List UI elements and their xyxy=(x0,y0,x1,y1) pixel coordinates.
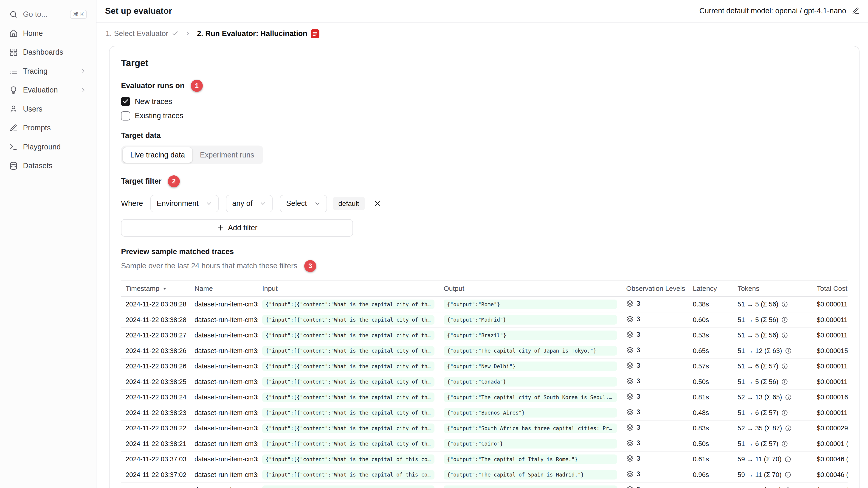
column-header-tokens[interactable]: Tokens xyxy=(733,280,812,297)
info-icon[interactable] xyxy=(781,316,788,323)
filter-value-chip[interactable]: default xyxy=(333,197,365,210)
input-json-preview[interactable]: {"input":[{"content":"What is the capita… xyxy=(262,377,434,387)
filter-column-select[interactable]: Environment xyxy=(150,195,218,212)
sidebar-item-home[interactable]: Home xyxy=(5,25,91,42)
sidebar-item-evaluation[interactable]: Evaluation xyxy=(5,82,91,99)
column-header-name[interactable]: Name xyxy=(190,280,258,297)
column-header-latency[interactable]: Latency xyxy=(688,280,733,297)
cell-output[interactable]: {"output":"Madrid"} xyxy=(439,312,622,328)
input-json-preview[interactable]: {"input":[{"content":"What is the capita… xyxy=(262,346,434,356)
info-icon[interactable] xyxy=(784,456,791,463)
info-icon[interactable] xyxy=(785,394,792,401)
remove-filter-button[interactable] xyxy=(372,198,382,209)
cell-input[interactable]: {"input":[{"content":"What is the capita… xyxy=(258,467,439,483)
sidebar-item-datasets[interactable]: Datasets xyxy=(5,157,91,174)
trace-table-row[interactable]: 2024-11-22 03:38:26 dataset-run-item-cm3… xyxy=(121,343,847,359)
info-icon[interactable] xyxy=(781,332,788,339)
info-icon[interactable] xyxy=(781,409,788,416)
cell-input[interactable]: {"input":[{"content":"What is the capita… xyxy=(258,343,439,359)
cell-input[interactable]: {"input":[{"content":"What is the capita… xyxy=(258,436,439,452)
cell-input[interactable]: {"input":[{"content":"What is the capita… xyxy=(258,421,439,436)
existing-traces-option[interactable]: Existing traces xyxy=(121,111,847,121)
cell-input[interactable]: {"input":[{"content":"What is the capita… xyxy=(258,374,439,390)
column-header-timestamp[interactable]: Timestamp xyxy=(121,280,190,297)
cell-input[interactable]: {"input":[{"content":"What is the capita… xyxy=(258,328,439,343)
sidebar-item-prompts[interactable]: Prompts xyxy=(5,119,91,137)
info-icon[interactable] xyxy=(784,471,791,478)
column-header-total-cost[interactable]: Total Cost xyxy=(812,280,847,297)
output-json-preview[interactable]: {"output":"Canada"} xyxy=(444,377,617,387)
output-json-preview[interactable]: {"output":"Madrid"} xyxy=(444,315,617,325)
cell-input[interactable]: {"input":[{"content":"What is the capita… xyxy=(258,359,439,374)
info-icon[interactable] xyxy=(781,301,788,308)
trace-table-row[interactable]: 2024-11-22 03:38:23 dataset-run-item-cm3… xyxy=(121,405,847,421)
input-json-preview[interactable]: {"input":[{"content":"What is the capita… xyxy=(262,408,434,418)
input-json-preview[interactable]: {"input":[{"content":"What is the capita… xyxy=(262,330,434,340)
cell-input[interactable]: {"input":[{"content":"What is the capita… xyxy=(258,297,439,312)
trace-table-row[interactable]: 2024-11-22 03:38:26 dataset-run-item-cm3… xyxy=(121,359,847,374)
output-json-preview[interactable]: {"output":"New Delhi"} xyxy=(444,361,617,371)
trace-table-row[interactable]: 2024-11-22 03:37:03 dataset-run-item-cm3… xyxy=(121,452,847,467)
trace-table-row[interactable]: 2024-11-22 03:38:28 dataset-run-item-cm3… xyxy=(121,297,847,312)
trace-table-row[interactable]: 2024-11-22 03:37:01 dataset-run-item-cm3… xyxy=(121,483,847,488)
input-json-preview[interactable]: {"input":[{"content":"What is the capita… xyxy=(262,439,434,449)
column-header-input[interactable]: Input xyxy=(258,280,439,297)
cell-output[interactable]: {"output":"Brazil"} xyxy=(439,328,622,343)
trace-table-row[interactable]: 2024-11-22 03:38:27 dataset-run-item-cm3… xyxy=(121,328,847,343)
new-traces-option[interactable]: New traces xyxy=(121,97,847,106)
goto-search[interactable]: Go to... ⌘ K xyxy=(5,6,91,23)
sidebar-item-dashboards[interactable]: Dashboards xyxy=(5,43,91,61)
input-json-preview[interactable]: {"input":[{"content":"What is the capita… xyxy=(262,423,434,433)
input-json-preview[interactable]: {"input":[{"content":"What is the capita… xyxy=(262,470,434,480)
tab-live-tracing-data[interactable]: Live tracing data xyxy=(123,148,192,163)
cell-input[interactable]: {"input":[{"content":"What is the capita… xyxy=(258,452,439,467)
trace-table-row[interactable]: 2024-11-22 03:38:22 dataset-run-item-cm3… xyxy=(121,421,847,436)
info-icon[interactable] xyxy=(781,363,788,370)
output-json-preview[interactable]: {"output":"The capital of Brazil is Bras… xyxy=(444,486,617,488)
info-icon[interactable] xyxy=(784,487,791,488)
cell-output[interactable]: {"output":"The capital of Brazil is Bras… xyxy=(439,483,622,488)
cell-output[interactable]: {"output":"Canada"} xyxy=(439,374,622,390)
column-header-output[interactable]: Output xyxy=(439,280,622,297)
trace-table-row[interactable]: 2024-11-22 03:37:02 dataset-run-item-cm3… xyxy=(121,467,847,483)
trace-table-row[interactable]: 2024-11-22 03:38:21 dataset-run-item-cm3… xyxy=(121,436,847,452)
step-run-evaluator[interactable]: 2. Run Evaluator: Hallucination xyxy=(197,29,319,38)
input-json-preview[interactable]: {"input":[{"content":"What is the capita… xyxy=(262,392,434,402)
filter-operator-select[interactable]: any of xyxy=(226,195,273,212)
trace-table-row[interactable]: 2024-11-22 03:38:28 dataset-run-item-cm3… xyxy=(121,312,847,328)
cell-output[interactable]: {"output":"The capital city of South Kor… xyxy=(439,390,622,405)
output-json-preview[interactable]: {"output":"The capital of Italy is Rome.… xyxy=(444,454,617,464)
output-json-preview[interactable]: {"output":"The capital city of South Kor… xyxy=(444,392,617,402)
cell-output[interactable]: {"output":"The capital of Spain is Madri… xyxy=(439,467,622,483)
output-json-preview[interactable]: {"output":"The capital city of Japan is … xyxy=(444,346,617,356)
cell-output[interactable]: {"output":"South Africa has three capita… xyxy=(439,421,622,436)
input-json-preview[interactable]: {"input":[{"content":"What is the capita… xyxy=(262,454,434,464)
info-icon[interactable] xyxy=(785,425,792,432)
new-traces-checkbox[interactable] xyxy=(121,97,130,106)
output-json-preview[interactable]: {"output":"South Africa has three capita… xyxy=(444,423,617,433)
cell-output[interactable]: {"output":"The capital of Italy is Rome.… xyxy=(439,452,622,467)
cell-output[interactable]: {"output":"Rome"} xyxy=(439,297,622,312)
output-json-preview[interactable]: {"output":"Cairo"} xyxy=(444,439,617,449)
output-json-preview[interactable]: {"output":"Rome"} xyxy=(444,299,617,309)
existing-traces-checkbox[interactable] xyxy=(121,111,130,121)
cell-input[interactable]: {"input":[{"content":"What is the capita… xyxy=(258,483,439,488)
input-json-preview[interactable]: {"input":[{"content":"What is the capita… xyxy=(262,486,434,488)
output-json-preview[interactable]: {"output":"Buenos Aires"} xyxy=(444,408,617,418)
content-scroll-area[interactable]: Target Evaluator runs on 1 New traces Ex… xyxy=(96,43,868,488)
output-json-preview[interactable]: {"output":"Brazil"} xyxy=(444,330,617,340)
info-icon[interactable] xyxy=(785,347,792,354)
step-select-evaluator[interactable]: 1. Select Evaluator xyxy=(105,29,179,38)
cell-input[interactable]: {"input":[{"content":"What is the capita… xyxy=(258,390,439,405)
tab-experiment-runs[interactable]: Experiment runs xyxy=(192,148,262,163)
column-header-observation-levels[interactable]: Observation Levels xyxy=(622,280,688,297)
input-json-preview[interactable]: {"input":[{"content":"What is the capita… xyxy=(262,299,434,309)
filter-value-select[interactable]: Select xyxy=(280,195,327,212)
edit-pencil-icon[interactable] xyxy=(851,7,860,15)
cell-output[interactable]: {"output":"Cairo"} xyxy=(439,436,622,452)
trace-table-row[interactable]: 2024-11-22 03:38:24 dataset-run-item-cm3… xyxy=(121,390,847,405)
sidebar-item-users[interactable]: Users xyxy=(5,101,91,118)
sidebar-item-playground[interactable]: Playground xyxy=(5,138,91,156)
input-json-preview[interactable]: {"input":[{"content":"What is the capita… xyxy=(262,361,434,371)
add-filter-button[interactable]: Add filter xyxy=(121,219,353,237)
